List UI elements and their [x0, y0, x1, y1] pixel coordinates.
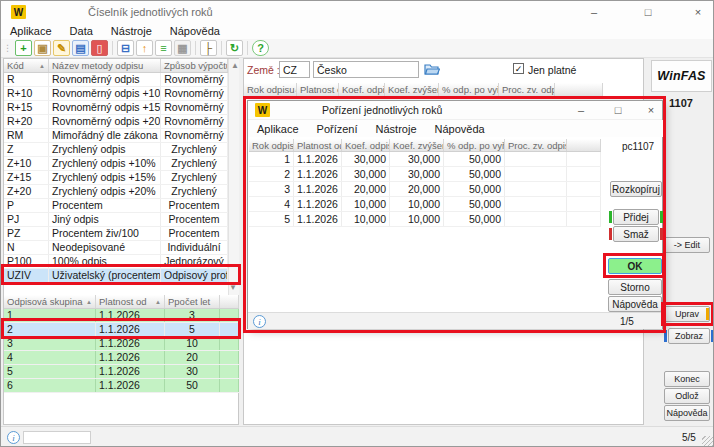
table-cell: 2 — [4, 323, 96, 336]
rozkopiruj-button[interactable]: Rozkopíruj — [610, 181, 662, 197]
column-header[interactable]: Koef. zvýšený — [385, 83, 439, 96]
smaz-button[interactable]: Smaž — [613, 226, 659, 242]
maximize-button[interactable]: □ — [633, 2, 663, 22]
open-folder-icon[interactable] — [424, 62, 440, 76]
table-row[interactable]: RRovnoměrný odpisRovnoměrný — [4, 73, 228, 87]
table-cell: P100 — [4, 255, 49, 268]
napoveda-button[interactable]: Nápověda — [664, 405, 710, 421]
ok-button[interactable]: OK — [608, 258, 662, 274]
country-code-input[interactable]: CZ — [279, 61, 310, 78]
scroll-down-icon[interactable]: ▼ — [227, 281, 239, 293]
column-header[interactable]: Platnost od — [297, 83, 339, 96]
edit-icon[interactable]: ✎ — [53, 40, 70, 56]
window-title: Číselník jednotlivých roků — [88, 6, 213, 18]
storno-button[interactable]: Storno — [608, 279, 662, 295]
table-row[interactable]: 51.1.202630 — [4, 365, 239, 379]
detail-icon[interactable]: ▤ — [72, 40, 89, 56]
column-header[interactable]: Rok odpisu — [249, 139, 294, 151]
scroll-up-icon[interactable]: ▲ — [229, 59, 241, 71]
table-row[interactable]: PJJiný odpisProcentem — [4, 213, 228, 227]
column-header[interactable]: Název metody odpisu — [49, 59, 161, 72]
table-row[interactable]: R+10Rovnoměrný odpis +10%Rovnoměrný — [4, 87, 228, 101]
column-header[interactable]: Ppočet let — [165, 295, 220, 308]
table-cell: Z+15 — [4, 171, 49, 184]
table-row[interactable]: 51.1.202610,00010,00050,000 — [249, 212, 601, 227]
table-row[interactable]: 61.1.202650 — [4, 379, 239, 393]
menu-item-nápověda[interactable]: Nápověda — [161, 23, 229, 39]
minimize-button[interactable]: – — [579, 2, 609, 22]
menu-item-aplikace[interactable]: Aplikace — [248, 121, 308, 137]
refresh-icon[interactable]: ↻ — [226, 40, 243, 56]
tree-icon[interactable]: ├ — [200, 40, 217, 56]
list-icon[interactable]: ≡ — [155, 40, 172, 56]
table-row[interactable]: UZIVUživatelský (procentem)Odpisový prof… — [4, 269, 228, 283]
dialog-maximize-button[interactable]: □ — [603, 101, 633, 119]
table-row[interactable]: P100100% odpisJednorázový — [4, 255, 228, 269]
table-row[interactable]: Z+15Zrychlený odpis +15%Zrychlený — [4, 171, 228, 185]
print-icon[interactable]: ⊟ — [117, 40, 134, 56]
methods-scrollbar[interactable]: ▲ — [228, 59, 239, 295]
table-row[interactable]: 41.1.202610,00010,00050,000 — [249, 197, 601, 212]
resize-grip[interactable] — [702, 436, 714, 447]
only-valid-checkbox[interactable]: ✓ — [513, 63, 524, 74]
table-row[interactable]: R+15Rovnoměrný odpis +15%Rovnoměrný — [4, 101, 228, 115]
dialog-minimize-button[interactable]: – — [566, 101, 596, 119]
column-header[interactable]: Platnost od — [294, 139, 342, 151]
pridej-button[interactable]: Přidej — [613, 209, 659, 225]
column-header[interactable] — [220, 295, 239, 308]
table-row[interactable]: R+20Rovnoměrný odpis +20%Rovnoměrný — [4, 115, 228, 129]
column-header[interactable]: Platnost od▲ — [96, 295, 165, 308]
table-icon[interactable]: ▦ — [174, 40, 191, 56]
menu-item-nástroje[interactable]: Nástroje — [102, 23, 161, 39]
menu-item-pořízení[interactable]: Pořízení — [308, 121, 367, 137]
menu-item-nástroje[interactable]: Nástroje — [367, 121, 426, 137]
column-header[interactable] — [555, 83, 603, 96]
column-header[interactable]: Proc. zv. odpisu — [505, 139, 567, 151]
menu-item-aplikace[interactable]: Aplikace — [1, 23, 61, 39]
uprav-button[interactable]: Uprav — [664, 306, 710, 322]
export-icon[interactable]: ↑ — [136, 40, 153, 56]
column-header[interactable]: Koef. odpisu — [339, 83, 385, 96]
column-header[interactable]: % odp. po vyřaz. — [439, 83, 499, 96]
column-header[interactable]: % odp. po vyřaz. — [444, 139, 505, 151]
menu-item-nápověda[interactable]: Nápověda — [426, 121, 494, 137]
copy-icon[interactable]: ▣ — [34, 40, 51, 56]
column-header[interactable]: Proc. zv. odpisu — [499, 83, 555, 96]
table-row[interactable]: 41.1.202620 — [4, 351, 239, 365]
dialog-close-button[interactable]: × — [636, 101, 666, 119]
column-header[interactable]: Koef. zvýšený — [390, 139, 444, 151]
table-row[interactable]: 21.1.202630,00030,00050,000 — [249, 167, 601, 182]
table-row[interactable]: ZZrychlený odpisZrychlený — [4, 143, 228, 157]
table-cell: Zrychlený odpis +10% — [49, 157, 161, 170]
table-row[interactable]: 11.1.20263 — [4, 309, 239, 323]
toolbar-grip[interactable]: ⋮ — [3, 43, 11, 53]
column-header[interactable]: Způsob výpočtu1 — [161, 59, 228, 72]
help-icon[interactable]: ? — [252, 40, 269, 56]
country-name-input[interactable]: Česko — [313, 61, 419, 78]
table-row[interactable]: Z+10Zrychlený odpis +10%Zrychlený — [4, 157, 228, 171]
table-row[interactable]: 31.1.202610 — [4, 337, 239, 351]
table-row[interactable]: NNeodepisovanéIndividuální — [4, 241, 228, 255]
table-row[interactable]: RMMimořádný dle zákonaRovnoměrný — [4, 129, 228, 143]
close-button[interactable]: × — [683, 2, 713, 22]
column-header[interactable]: Kód▲ — [4, 59, 49, 72]
odloz-button[interactable]: Odlož — [664, 388, 710, 404]
zobraz-button[interactable]: Zobraz — [668, 328, 710, 344]
table-row[interactable]: Z+20Zrychlený odpis +20%Zrychlený — [4, 185, 228, 199]
delete-icon[interactable]: ▯ — [91, 40, 108, 56]
konec-button[interactable]: Konec — [664, 371, 710, 387]
column-header[interactable]: Odpisová skupina▲ — [4, 295, 96, 308]
table-row[interactable]: PProcentemProcentem — [4, 199, 228, 213]
table-row[interactable]: 21.1.20265 — [4, 323, 239, 337]
column-header[interactable]: Rok odpisu/ — [244, 83, 297, 96]
add-icon[interactable]: + — [15, 40, 32, 56]
column-header[interactable] — [567, 139, 601, 151]
menu-item-data[interactable]: Data — [61, 23, 102, 39]
table-row[interactable]: 11.1.202630,00030,00050,000 — [249, 152, 601, 167]
dialog-napoveda-button[interactable]: Nápověda — [608, 296, 662, 312]
column-header[interactable]: Koef. odpisu — [342, 139, 390, 151]
table-row[interactable]: PZProcentem živ/100Procentem — [4, 227, 228, 241]
table-cell: Individuální — [161, 241, 228, 254]
edit-button[interactable]: -> Edit — [664, 237, 710, 253]
table-row[interactable]: 31.1.202620,00020,00050,000 — [249, 182, 601, 197]
